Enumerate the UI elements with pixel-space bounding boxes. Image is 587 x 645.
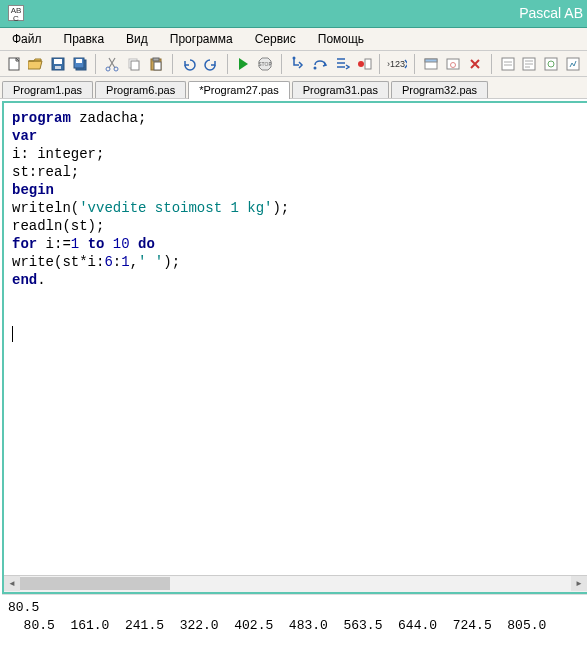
tab-program27[interactable]: *Program27.pas: [188, 81, 290, 99]
toolbar-separator: [491, 54, 492, 74]
editor-panel: program zadacha; var i: integer; st:real…: [2, 101, 587, 594]
toolbar-separator: [227, 54, 228, 74]
output-panel: 80.5 80.5 161.0 241.5 322.0 402.5 483.0 …: [2, 594, 587, 642]
module-button-3[interactable]: [541, 53, 561, 75]
goto-line-button[interactable]: ›123: [386, 53, 408, 75]
window-button-1[interactable]: [421, 53, 441, 75]
tab-program31[interactable]: Program31.pas: [292, 81, 389, 98]
save-button[interactable]: [48, 53, 68, 75]
menu-edit[interactable]: Правка: [58, 30, 111, 48]
clear-button[interactable]: [465, 53, 485, 75]
window-button-2[interactable]: [443, 53, 463, 75]
menu-program[interactable]: Программа: [164, 30, 239, 48]
menu-service[interactable]: Сервис: [249, 30, 302, 48]
cut-button[interactable]: [102, 53, 122, 75]
copy-button[interactable]: [124, 53, 144, 75]
toolbar: STOP ›123: [0, 51, 587, 77]
svg-rect-26: [545, 58, 557, 70]
menu-file[interactable]: Файл: [6, 30, 48, 48]
redo-button[interactable]: [201, 53, 221, 75]
tab-program6[interactable]: Program6.pas: [95, 81, 186, 98]
code-editor[interactable]: program zadacha; var i: integer; st:real…: [4, 103, 587, 575]
app-icon: ABC: [8, 5, 24, 21]
output-line-1: 80.5: [8, 600, 39, 615]
step-into-button[interactable]: [288, 53, 308, 75]
tab-program1[interactable]: Program1.pas: [2, 81, 93, 98]
svg-point-15: [292, 56, 295, 59]
svg-text:STOP: STOP: [258, 61, 272, 67]
step-over-button[interactable]: [310, 53, 330, 75]
toolbar-separator: [172, 54, 173, 74]
module-button-4[interactable]: [563, 53, 583, 75]
output-line-2: 80.5 161.0 241.5 322.0 402.5 483.0 563.5…: [8, 618, 546, 633]
horizontal-scrollbar[interactable]: ◄ ►: [4, 575, 587, 592]
scroll-right-arrow[interactable]: ►: [571, 576, 587, 591]
scroll-left-arrow[interactable]: ◄: [4, 576, 20, 591]
svg-rect-24: [502, 58, 514, 70]
svg-point-8: [114, 67, 118, 71]
toolbar-separator: [414, 54, 415, 74]
svg-point-7: [106, 67, 110, 71]
breakpoint-button[interactable]: [354, 53, 374, 75]
svg-rect-10: [131, 61, 139, 70]
toolbar-separator: [379, 54, 380, 74]
menu-help[interactable]: Помощь: [312, 30, 370, 48]
module-button-2[interactable]: [520, 53, 540, 75]
svg-rect-18: [365, 59, 371, 69]
svg-rect-13: [154, 62, 161, 70]
open-file-button[interactable]: [26, 53, 46, 75]
trace-button[interactable]: [332, 53, 352, 75]
menubar: Файл Правка Вид Программа Сервис Помощь: [0, 28, 587, 51]
svg-point-16: [313, 66, 316, 69]
toolbar-separator: [281, 54, 282, 74]
scroll-track[interactable]: [20, 576, 571, 592]
svg-text:›123: ›123: [387, 59, 405, 69]
stop-button[interactable]: STOP: [255, 53, 275, 75]
menu-view[interactable]: Вид: [120, 30, 154, 48]
undo-button[interactable]: [179, 53, 199, 75]
svg-rect-21: [425, 59, 437, 62]
tabstrip: Program1.pas Program6.pas *Program27.pas…: [0, 77, 587, 99]
paste-button[interactable]: [146, 53, 166, 75]
module-button-1[interactable]: [498, 53, 518, 75]
scroll-thumb[interactable]: [20, 577, 170, 590]
window-title: Pascal AB: [519, 0, 583, 27]
toolbar-separator: [95, 54, 96, 74]
run-button[interactable]: [233, 53, 253, 75]
svg-rect-2: [54, 59, 62, 64]
svg-rect-12: [153, 58, 159, 61]
svg-rect-3: [55, 66, 61, 69]
svg-point-17: [358, 61, 364, 67]
titlebar: ABC Pascal AB: [0, 0, 587, 28]
new-file-button[interactable]: [4, 53, 24, 75]
tab-program32[interactable]: Program32.pas: [391, 81, 488, 98]
svg-rect-6: [76, 59, 82, 63]
save-all-button[interactable]: [70, 53, 90, 75]
